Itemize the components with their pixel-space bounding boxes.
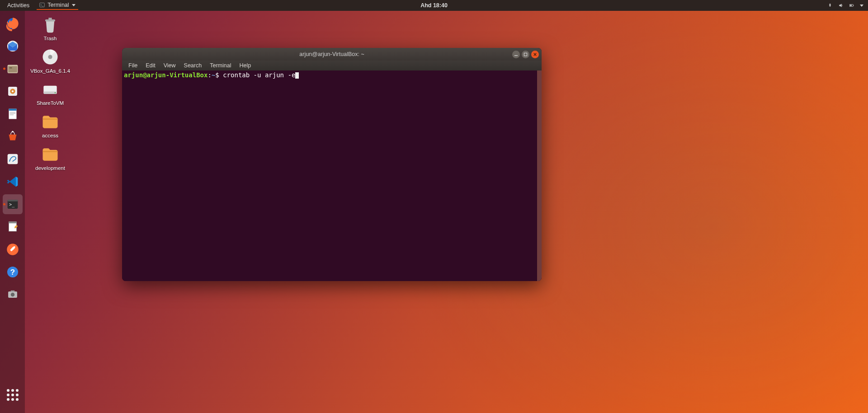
desktop-trash-label: Trash	[44, 36, 57, 42]
prompt-userhost: arjun@arjun-VirtualBox	[124, 71, 208, 79]
svg-point-28	[10, 293, 14, 297]
svg-rect-9	[9, 67, 12, 68]
folder-icon	[40, 112, 60, 131]
terminal-icon: >_	[39, 2, 45, 8]
svg-rect-17	[9, 114, 14, 115]
dock-software-center[interactable]	[3, 127, 23, 146]
trash-icon	[40, 14, 60, 34]
svg-rect-23	[9, 222, 16, 224]
system-menu-caret-icon[interactable]	[860, 5, 863, 7]
terminal-cursor	[295, 72, 299, 79]
menu-file[interactable]: File	[125, 61, 141, 70]
drive-icon	[40, 79, 60, 99]
menu-terminal[interactable]: Terminal	[206, 61, 235, 70]
prompt-command: crontab -u arjun -e	[223, 71, 295, 79]
desktop-icons: Trash VBox_GAs_6.1.4 ShareToVM access de…	[32, 14, 69, 171]
svg-text:>_: >_	[9, 202, 14, 207]
clock[interactable]: Ahd 18:40	[420, 2, 448, 9]
terminal-window: arjun@arjun-VirtualBox: ~ File Edit View…	[122, 48, 542, 281]
svg-rect-37	[514, 55, 518, 56]
window-titlebar[interactable]: arjun@arjun-VirtualBox: ~	[122, 48, 542, 61]
prompt-sep: :	[208, 71, 211, 79]
menu-edit[interactable]: Edit	[142, 61, 159, 70]
desktop-development-label: development	[35, 165, 65, 171]
svg-rect-8	[8, 66, 17, 72]
window-title: arjun@arjun-VirtualBox: ~	[299, 51, 364, 57]
svg-rect-3	[853, 5, 854, 6]
terminal-body[interactable]: arjun@arjun-VirtualBox:~$ crontab -u arj…	[122, 70, 542, 281]
dock-rhythmbox[interactable]	[3, 81, 23, 101]
dock-terminal[interactable]: >_	[3, 194, 23, 214]
active-app-menu[interactable]: >_ Terminal	[37, 1, 78, 10]
chevron-down-icon	[72, 4, 75, 6]
desktop-access-label: access	[42, 133, 58, 139]
dock-libreoffice-writer[interactable]	[3, 104, 23, 124]
dock-firefox[interactable]	[3, 14, 23, 33]
desktop-sharetovm-label: ShareToVM	[37, 100, 64, 106]
dock-help[interactable]: ?	[3, 262, 23, 282]
svg-rect-15	[9, 112, 15, 113]
dock-screenshot[interactable]	[3, 285, 23, 305]
desktop-development[interactable]: development	[32, 144, 69, 171]
desktop-vbox-gas[interactable]: VBox_GAs_6.1.4	[32, 47, 69, 74]
prompt-dollar: $	[215, 71, 219, 79]
svg-rect-16	[9, 113, 15, 114]
desktop-vbox-gas-label: VBox_GAs_6.1.4	[30, 68, 70, 74]
svg-point-12	[11, 90, 13, 92]
dock-vscode[interactable]	[3, 172, 23, 192]
window-maximize-button[interactable]	[522, 51, 529, 58]
volume-icon[interactable]	[838, 3, 844, 8]
folder-icon	[40, 144, 60, 164]
svg-rect-38	[524, 53, 527, 56]
dock-thunderbird[interactable]	[3, 36, 23, 56]
terminal-scrollbar[interactable]	[537, 70, 542, 281]
menu-search[interactable]: Search	[180, 61, 206, 70]
dock: >_ ?	[0, 11, 25, 413]
svg-text:?: ?	[10, 268, 14, 277]
svg-text:>_: >_	[41, 4, 44, 6]
terminal-menubar: File Edit View Search Terminal Help	[122, 61, 542, 70]
menu-view[interactable]: View	[160, 61, 179, 70]
svg-point-33	[48, 55, 52, 59]
svg-rect-14	[9, 109, 16, 111]
dock-text-editor[interactable]	[3, 217, 23, 237]
menu-help[interactable]: Help	[236, 61, 255, 70]
desktop-trash[interactable]: Trash	[32, 14, 69, 42]
svg-rect-31	[48, 18, 52, 19]
active-app-label: Terminal	[47, 2, 69, 8]
dock-mysql-workbench[interactable]	[3, 149, 23, 169]
activities-button[interactable]: Activities	[5, 1, 32, 9]
svg-point-36	[55, 92, 56, 94]
svg-rect-4	[850, 5, 852, 6]
svg-rect-29	[10, 291, 14, 292]
terminal-scrollbar-thumb[interactable]	[537, 70, 542, 281]
top-bar: Activities >_ Terminal Ahd 18:40	[0, 0, 868, 11]
dock-show-applications[interactable]	[3, 385, 23, 405]
desktop-access[interactable]: access	[32, 112, 69, 139]
desktop-sharetovm[interactable]: ShareToVM	[32, 79, 69, 106]
window-close-button[interactable]	[531, 51, 539, 58]
dock-postman[interactable]	[3, 239, 23, 259]
svg-rect-18	[7, 154, 18, 164]
disc-icon	[40, 47, 60, 67]
network-icon[interactable]	[827, 3, 833, 8]
svg-rect-20	[7, 200, 18, 202]
dock-files[interactable]	[3, 59, 23, 79]
svg-rect-30	[45, 19, 55, 22]
battery-icon[interactable]	[849, 3, 854, 8]
window-minimize-button[interactable]	[512, 51, 520, 58]
